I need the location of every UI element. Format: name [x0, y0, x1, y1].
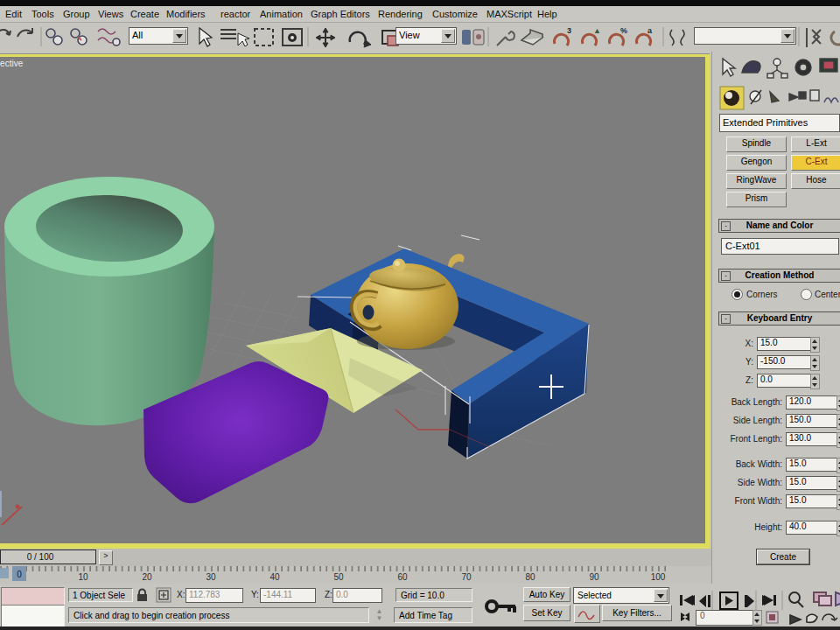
- svg-text:0: 0: [17, 570, 22, 579]
- svg-text:▲: ▲: [593, 26, 601, 35]
- svg-text:100: 100: [651, 572, 666, 582]
- svg-text:90: 90: [589, 572, 599, 582]
- svg-text:80: 80: [525, 572, 536, 582]
- svg-text:10: 10: [78, 572, 88, 582]
- svg-text:50: 50: [333, 572, 344, 582]
- svg-text:3: 3: [567, 26, 571, 35]
- svg-text:40: 40: [270, 572, 280, 582]
- svg-text:60: 60: [397, 572, 408, 582]
- svg-text:20: 20: [142, 572, 152, 582]
- svg-text:%: %: [620, 26, 627, 35]
- svg-text:30: 30: [206, 572, 216, 582]
- svg-text:a: a: [648, 26, 653, 35]
- svg-text:70: 70: [461, 572, 472, 582]
